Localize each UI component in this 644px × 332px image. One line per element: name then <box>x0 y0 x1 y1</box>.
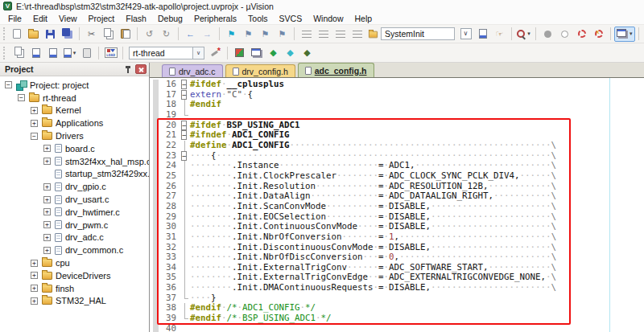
fold-toggle[interactable]: − <box>181 121 187 130</box>
expand-toggle[interactable]: + <box>43 234 51 241</box>
prev-bookmark-button[interactable]: ⚑ <box>240 27 257 42</box>
insert-breakpoint-button[interactable] <box>539 27 556 42</box>
expand-toggle[interactable]: + <box>43 158 51 165</box>
fold-toggle[interactable]: − <box>181 90 187 100</box>
indent-button[interactable] <box>315 27 332 42</box>
new-file-button[interactable] <box>8 27 25 42</box>
clear-bookmarks-button[interactable]: ⚑ <box>274 27 291 42</box>
disable-all-breakpoints-button[interactable] <box>573 27 590 42</box>
target-select-value[interactable]: rt-thread <box>129 47 193 59</box>
toggle-bookmark-button[interactable]: ⚑ <box>223 27 240 42</box>
breakpoint-margin[interactable] <box>153 151 159 162</box>
unindent-button[interactable] <box>298 27 315 42</box>
file-search-button[interactable] <box>474 27 491 42</box>
save-all-button[interactable] <box>59 27 76 42</box>
expand-toggle[interactable]: + <box>31 272 38 279</box>
chevron-down-icon[interactable]: ▾ <box>630 31 633 37</box>
undo-button[interactable]: ↺ <box>141 27 158 42</box>
select-software-packs-button[interactable]: ◆ <box>282 45 299 60</box>
expand-toggle[interactable]: + <box>43 208 51 215</box>
function-dropdown-button[interactable]: ∨ <box>457 27 474 42</box>
chevron-down-icon[interactable]: ▾ <box>527 31 530 37</box>
breakpoint-margin[interactable] <box>153 191 159 202</box>
batch-build-button[interactable]: ▾ <box>61 45 78 60</box>
debug-windows-button[interactable]: ▾ <box>614 27 635 42</box>
manage-project-items-button[interactable] <box>231 45 248 60</box>
breakpoint-margin[interactable] <box>153 161 159 171</box>
tree-item-rt-thread[interactable]: −rt-thread <box>0 92 149 105</box>
manage-rte-button[interactable]: ◆ <box>265 45 282 60</box>
uncomment-button[interactable] <box>349 27 365 42</box>
paste-button[interactable] <box>117 27 134 42</box>
tree-item-drv-common-c[interactable]: +drv_common.c <box>0 244 149 256</box>
function-search-input[interactable]: SystemInit <box>381 27 455 40</box>
options-for-target-button[interactable] <box>207 45 224 60</box>
menu-window[interactable]: Window <box>308 12 349 24</box>
menu-tools[interactable]: Tools <box>242 12 274 24</box>
breakpoint-margin[interactable] <box>153 222 159 232</box>
expand-toggle[interactable]: + <box>43 196 51 203</box>
expand-toggle[interactable]: + <box>31 260 38 267</box>
breakpoint-margin[interactable] <box>153 252 159 263</box>
tree-item-startup-stm32f429xx-s[interactable]: startup_stm32f429xx.s <box>0 168 149 181</box>
chevron-down-icon[interactable]: ▾ <box>73 50 76 56</box>
tree-item-stm32f4xx-hal-msp-c[interactable]: +stm32f4xx_hal_msp.c <box>0 155 149 168</box>
redo-button[interactable]: ↻ <box>158 27 175 42</box>
target-select-combo[interactable]: rt-thread ∨ <box>129 47 204 59</box>
tree-item-drv-pwm-c[interactable]: +drv_pwm.c <box>0 219 149 232</box>
tree-item-kernel[interactable]: +Kernel <box>0 105 149 117</box>
tree-item-board-c[interactable]: +board.c <box>0 142 149 155</box>
close-icon[interactable] <box>135 64 147 74</box>
breakpoint-margin[interactable] <box>153 283 159 293</box>
expand-toggle[interactable]: + <box>43 183 51 191</box>
breakpoint-margin[interactable] <box>153 263 159 273</box>
breakpoint-margin[interactable] <box>153 212 159 223</box>
pin-icon[interactable] <box>124 65 132 74</box>
breakpoint-margin[interactable] <box>153 182 159 192</box>
expand-toggle[interactable]: + <box>31 285 38 292</box>
enable-breakpoint-button[interactable] <box>556 27 573 42</box>
menu-file[interactable]: File <box>2 12 27 24</box>
breakpoint-margin[interactable] <box>153 110 159 121</box>
expand-toggle[interactable]: − <box>18 94 25 101</box>
breakpoint-margin[interactable] <box>153 324 159 332</box>
function-navigate-combo[interactable]: SystemInit <box>368 27 455 40</box>
tree-item-drv-gpio-c[interactable]: +drv_gpio.c <box>0 180 149 193</box>
build-button[interactable] <box>27 45 44 60</box>
fold-toggle[interactable]: − <box>181 151 187 161</box>
kill-all-breakpoints-button[interactable] <box>590 27 607 42</box>
tree-item-drivers[interactable]: −Drivers <box>0 129 149 142</box>
copy-button[interactable] <box>100 27 117 42</box>
expand-toggle[interactable]: − <box>5 81 12 88</box>
menu-edit[interactable]: Edit <box>27 12 53 24</box>
open-file-button[interactable] <box>25 27 42 42</box>
breakpoint-margin[interactable] <box>153 130 159 141</box>
menu-flash[interactable]: Flash <box>120 12 152 24</box>
fold-toggle[interactable]: − <box>181 130 187 140</box>
stop-build-button[interactable] <box>78 45 95 60</box>
tree-item-drv-hwtimer-c[interactable]: +drv_hwtimer.c <box>0 206 149 219</box>
tree-item-devicedrivers[interactable]: +DeviceDrivers <box>0 269 149 282</box>
tree-item-stm32-hal[interactable]: +STM32_HAL <box>0 295 149 308</box>
breakpoint-margin[interactable] <box>153 100 159 110</box>
toolbar-grip[interactable] <box>3 47 7 59</box>
save-button[interactable] <box>42 27 59 42</box>
books-windows-button[interactable] <box>248 45 265 60</box>
breakpoint-margin[interactable] <box>153 303 159 314</box>
find-in-files-button[interactable]: ▾ <box>515 27 532 42</box>
breakpoint-margin[interactable] <box>153 171 159 182</box>
menu-debug[interactable]: Debug <box>152 12 188 24</box>
expand-toggle[interactable]: + <box>31 297 38 305</box>
breakpoint-margin[interactable] <box>153 273 159 283</box>
tree-item-drv-usart-c[interactable]: +drv_usart.c <box>0 193 149 206</box>
tree-item-applications[interactable]: +Applications <box>0 117 149 129</box>
menu-peripherals[interactable]: Peripherals <box>188 12 242 24</box>
menu-help[interactable]: Help <box>349 12 378 24</box>
breakpoint-margin[interactable] <box>153 314 159 324</box>
translate-file-button[interactable] <box>10 45 27 60</box>
comment-button[interactable] <box>332 27 349 42</box>
breakpoint-margin[interactable] <box>153 90 159 100</box>
tree-item-drv-adc-c[interactable]: +drv_adc.c <box>0 232 149 244</box>
expand-toggle[interactable]: + <box>31 120 38 127</box>
expand-toggle[interactable]: + <box>31 107 38 114</box>
